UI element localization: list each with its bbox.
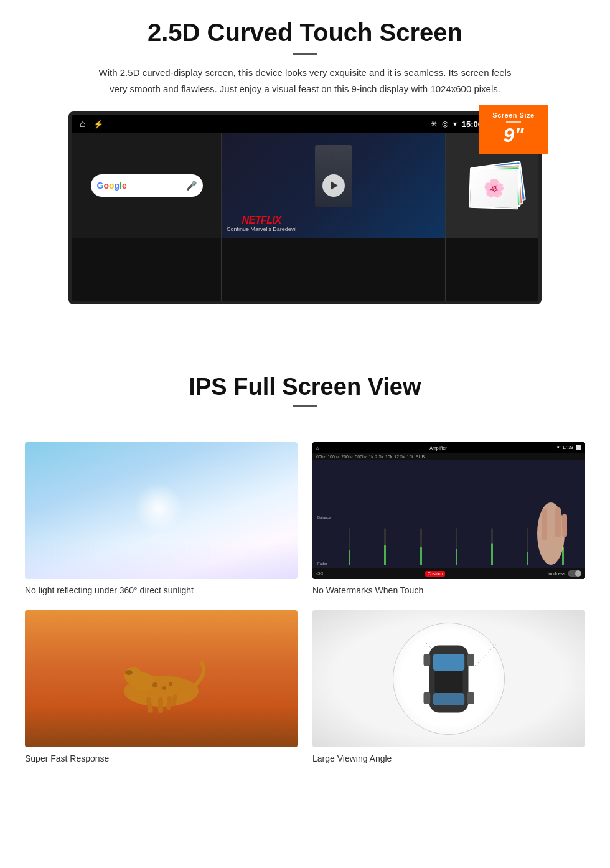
feature-label-reflection: No light reflecting under 360° direct su… <box>25 585 298 595</box>
section1-description: With 2.5D curved-display screen, this de… <box>93 65 517 97</box>
photo-layer-4: 🌸 <box>468 167 519 210</box>
usb-icon: ⚡ <box>93 120 103 129</box>
sky-image <box>25 442 298 579</box>
sky-gradient-bottom <box>25 542 298 579</box>
device-screen: ⌂ ⚡ ✳ ◎ ▾ 15:06 ⬜ ◁ ✕ ▭ <box>68 111 542 304</box>
app-grid-top: Google 🎤 NETFLIX Continue M <box>72 133 538 304</box>
device-mockup: Screen Size 9" ⌂ ⚡ ✳ ◎ ▾ 15:06 ⬜ ◁ ✕ <box>68 111 542 304</box>
feature-img-cheetah <box>25 610 298 747</box>
netflix-cell-inner: NETFLIX Continue Marvel's Daredevil <box>222 133 445 238</box>
section-curved-touch: 2.5D Curved Touch Screen With 2.5D curve… <box>0 0 610 317</box>
feature-img-amplifier: ⌂ Amplifier ▾ 17:33 ⬜ 60hz 100hz 200hz 5… <box>312 442 585 579</box>
amp-hand-svg <box>529 493 573 568</box>
gps-icon: ◎ <box>442 120 448 128</box>
amp-track-3 <box>420 528 422 565</box>
amp-balance-label: Balance <box>317 516 331 519</box>
badge-title: Screen Size <box>486 111 542 119</box>
cheetah-svg <box>99 641 223 716</box>
page-divider <box>19 342 591 342</box>
amp-fill-3 <box>420 547 422 565</box>
cheetah-image <box>25 610 298 747</box>
feature-img-car <box>312 610 585 747</box>
svg-rect-25 <box>424 654 431 666</box>
section2-divider <box>293 405 317 407</box>
svg-rect-18 <box>158 697 163 713</box>
home-icon: ⌂ <box>80 118 86 130</box>
amp-sliders: Balance Fader <box>312 460 585 568</box>
svg-rect-22 <box>433 654 464 671</box>
status-bar: ⌂ ⚡ ✳ ◎ ▾ 15:06 ⬜ ◁ ✕ ▭ <box>72 115 538 133</box>
amp-fill-6 <box>527 552 528 565</box>
amp-fill-1 <box>349 550 350 565</box>
amp-track-1 <box>349 528 350 565</box>
netflix-label: NETFLIX Continue Marvel's Daredevil <box>227 215 296 232</box>
amp-title-text: Amplifier <box>429 446 446 450</box>
badge-divider <box>506 121 521 123</box>
app-cell-google: Google 🎤 <box>72 133 222 304</box>
car-top-view-svg <box>421 634 477 724</box>
bluetooth-icon: ✳ <box>431 120 437 128</box>
amp-wifi-icon: ▾ <box>557 445 560 450</box>
netflix-logo-text: NETFLIX <box>227 215 296 226</box>
wifi-icon: ▾ <box>453 120 457 128</box>
amp-db-labels: Balance Fader <box>317 516 331 565</box>
section2-title: IPS Full Screen View <box>37 374 573 400</box>
photo-stack: 🌸 <box>464 161 527 210</box>
amp-bottom: ◁◁ Custom loudness <box>312 568 585 579</box>
amp-custom-btn: Custom <box>425 571 445 577</box>
amplifier-screen: ⌂ Amplifier ▾ 17:33 ⬜ 60hz 100hz 200hz 5… <box>312 442 585 579</box>
svg-point-15 <box>162 686 166 690</box>
feature-wide-angle: Large Viewing Angle <box>312 610 585 763</box>
svg-rect-24 <box>435 671 463 693</box>
google-logo: Google <box>97 181 127 191</box>
amp-fill-4 <box>456 549 458 565</box>
svg-rect-28 <box>467 692 474 704</box>
amp-freq-labels: 60hz 100hz 200hz 500hz 1k 2.5k 10k 12.5k… <box>312 453 585 460</box>
amp-slider-5 <box>475 528 509 565</box>
amp-status-icons: ▾ 17:33 ⬜ <box>557 445 581 450</box>
svg-rect-27 <box>424 692 431 704</box>
feature-label-response: Super Fast Response <box>25 753 298 763</box>
app-cell-gallery: 🌸 <box>446 133 542 304</box>
status-bar-left: ⌂ ⚡ <box>80 118 103 130</box>
svg-point-13 <box>125 670 133 675</box>
title-divider <box>293 53 317 55</box>
svg-rect-23 <box>433 693 464 705</box>
amp-fader-label: Fader <box>317 562 331 565</box>
feature-no-watermarks: ⌂ Amplifier ▾ 17:33 ⬜ 60hz 100hz 200hz 5… <box>312 442 585 595</box>
amp-slider-1 <box>333 528 367 565</box>
section-ips: IPS Full Screen View <box>0 367 610 430</box>
sun-flare <box>134 483 184 533</box>
badge-size: 9" <box>486 125 542 145</box>
amp-cam-icon: ⬜ <box>576 445 581 450</box>
google-cell-inner: Google 🎤 <box>72 133 221 238</box>
app-cell-netflix: NETFLIX Continue Marvel's Daredevil <box>222 133 446 304</box>
screen-size-badge: Screen Size 9" <box>479 105 548 154</box>
netflix-subtitle: Continue Marvel's Daredevil <box>227 226 296 232</box>
google-mic-icon: 🎤 <box>186 181 197 191</box>
svg-point-14 <box>152 682 157 687</box>
feature-img-sky <box>25 442 298 579</box>
amp-slider-3 <box>404 528 438 565</box>
amp-toggle <box>568 570 581 577</box>
flower-icon: 🌸 <box>482 177 505 199</box>
netflix-play-button[interactable] <box>322 174 345 197</box>
svg-rect-8 <box>555 507 561 537</box>
google-search-bar[interactable]: Google 🎤 <box>91 174 203 197</box>
amp-time: 17:33 <box>562 445 573 450</box>
svg-point-16 <box>169 682 172 686</box>
amp-home-icon: ⌂ <box>316 446 319 450</box>
svg-rect-26 <box>467 654 474 666</box>
amp-track-4 <box>456 528 458 565</box>
amp-loudness: loudness <box>548 570 581 577</box>
amp-statusbar: ⌂ Amplifier ▾ 17:33 ⬜ <box>312 442 585 453</box>
feature-label-angle: Large Viewing Angle <box>312 753 585 763</box>
feature-label-watermarks: No Watermarks When Touch <box>312 585 585 595</box>
car-image <box>312 610 585 747</box>
feature-grid: No light reflecting under 360° direct su… <box>0 430 610 782</box>
amp-loudness-label: loudness <box>548 572 565 576</box>
amp-prev-icon: ◁◁ <box>316 571 322 576</box>
amp-track-6 <box>527 528 528 565</box>
svg-point-12 <box>124 667 142 684</box>
svg-rect-9 <box>562 514 567 537</box>
